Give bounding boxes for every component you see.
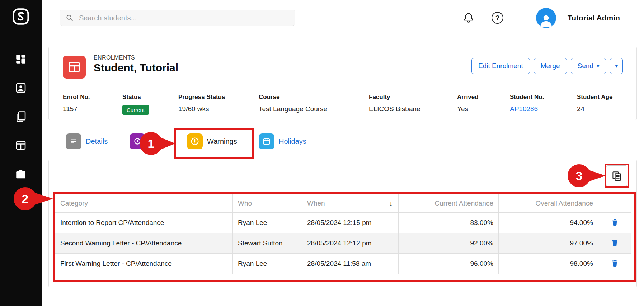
column-header-when[interactable]: When ↓ — [302, 194, 399, 213]
field-label: Arrived — [457, 94, 479, 101]
sidebar-item-documents-icon[interactable] — [15, 110, 27, 123]
sidebar-item-dashboard-icon[interactable] — [15, 53, 27, 65]
when-label: When — [307, 199, 325, 207]
annotation-arrow-1 — [160, 137, 175, 150]
cell-overall-attendance: 97.00% — [499, 233, 598, 254]
merge-label: Merge — [541, 62, 560, 70]
cell-when: 28/05/2024 12:12 pm — [302, 233, 399, 254]
app-logo-icon[interactable] — [11, 7, 30, 26]
card-divider — [49, 88, 636, 88]
sort-descending-icon[interactable]: ↓ — [389, 199, 392, 207]
cell-category: First Warning Letter - CP/Attendance — [55, 254, 233, 274]
topbar: ? Tutorial Admin — [42, 0, 644, 36]
field-label: Progress Status — [178, 94, 225, 101]
field-enrol-no: Enrol No. 1157 — [63, 94, 90, 113]
field-label: Enrol No. — [63, 94, 90, 101]
send-label: Send — [578, 62, 593, 70]
section-label: ENROLMENTS — [94, 55, 135, 61]
trash-icon — [611, 239, 619, 247]
field-label: Course — [259, 94, 327, 101]
annotation-number: 1 — [148, 137, 155, 151]
trash-icon — [611, 218, 619, 226]
notifications-bell-icon[interactable] — [462, 11, 475, 24]
enrolments-module-icon — [63, 56, 86, 79]
cell-when: 28/05/2024 11:58 am — [302, 254, 399, 274]
chevron-down-icon: ▾ — [615, 63, 618, 69]
cell-who: Stewart Sutton — [233, 233, 302, 254]
warnings-panel: Category Who When ↓ Current Attendance O… — [48, 160, 637, 287]
search-box[interactable] — [60, 10, 295, 26]
field-value: 24 — [577, 105, 612, 113]
cell-category: Second Warning Letter - CP/Attendance — [55, 233, 233, 254]
send-button[interactable]: Send▾ — [571, 58, 606, 74]
field-value: 19/60 wks — [178, 105, 225, 113]
enrolment-actions: Edit Enrolment Merge Send▾ ▾ — [471, 58, 623, 74]
status-badge: Current — [122, 105, 149, 115]
enrolment-card: ENROLMENTS Student, Tutorial Edit Enrolm… — [48, 47, 637, 120]
tab-details-label: Details — [86, 137, 108, 146]
sidebar-item-students-icon[interactable] — [15, 82, 27, 94]
tab-details[interactable]: Details — [66, 133, 108, 149]
delete-button[interactable] — [609, 237, 620, 249]
field-value: ELICOS Bisbane — [369, 105, 420, 113]
cell-who: Ryan Lee — [233, 254, 302, 274]
tab-holidays-label: Holidays — [279, 137, 306, 146]
search-icon — [66, 14, 74, 22]
tab-obscured[interactable] — [130, 133, 145, 149]
warning-icon — [187, 133, 203, 149]
merge-button[interactable]: Merge — [534, 58, 567, 74]
field-label: Student Age — [577, 94, 612, 101]
column-header-category[interactable]: Category — [55, 194, 233, 213]
cell-when: 28/05/2024 12:15 pm — [302, 213, 399, 233]
copy-button[interactable] — [606, 165, 627, 187]
delete-button[interactable] — [609, 258, 620, 270]
field-course: Course Test Language Course — [259, 94, 327, 113]
copy-icon — [611, 171, 622, 182]
cell-overall-attendance: 94.00% — [499, 213, 598, 233]
page-title: Student, Tutorial — [94, 62, 178, 74]
help-glyph: ? — [495, 14, 500, 22]
details-icon — [66, 133, 81, 149]
sidebar — [0, 0, 42, 306]
cell-category: Intention to Report CP/Attendance — [55, 213, 233, 233]
edit-enrolment-button[interactable]: Edit Enrolment — [471, 58, 530, 74]
topbar-divider — [517, 0, 517, 36]
trash-icon — [611, 259, 619, 267]
page: ? Tutorial Admin ENROLMENTS Student, Tut… — [0, 0, 644, 306]
field-progress-status: Progress Status 19/60 wks — [178, 94, 225, 113]
column-header-who[interactable]: Who — [233, 194, 302, 213]
calendar-icon — [259, 133, 274, 149]
edit-enrolment-label: Edit Enrolment — [478, 62, 523, 70]
student-no-link[interactable]: AP10286 — [510, 105, 544, 113]
cell-who: Ryan Lee — [233, 213, 302, 233]
table-row: First Warning Letter - CP/Attendance Rya… — [55, 254, 631, 274]
more-actions-button[interactable]: ▾ — [610, 58, 623, 74]
sidebar-item-table-icon[interactable] — [15, 139, 27, 151]
delete-button[interactable] — [609, 217, 620, 229]
cell-overall-attendance: 98.00% — [499, 254, 598, 274]
search-input[interactable] — [78, 14, 276, 23]
field-value: Yes — [457, 105, 479, 113]
table-row: Second Warning Letter - CP/Attendance St… — [55, 233, 631, 254]
field-faculty: Faculty ELICOS Bisbane — [369, 94, 420, 113]
table-header-row: Category Who When ↓ Current Attendance O… — [55, 194, 631, 213]
clock-icon — [130, 133, 145, 149]
field-value: Test Language Course — [259, 105, 327, 113]
column-header-current-attendance[interactable]: Current Attendance — [399, 194, 499, 213]
warnings-table: Category Who When ↓ Current Attendance O… — [55, 194, 631, 274]
table-row: Intention to Report CP/Attendance Ryan L… — [55, 213, 631, 233]
tab-warnings[interactable]: Warnings — [187, 133, 237, 149]
cell-current-attendance: 92.00% — [399, 233, 499, 254]
column-header-actions — [598, 194, 631, 213]
user-name[interactable]: Tutorial Admin — [568, 0, 620, 36]
sidebar-item-briefcase-icon[interactable] — [15, 168, 27, 180]
chevron-down-icon: ▾ — [597, 63, 600, 69]
field-value: 1157 — [63, 105, 90, 113]
user-avatar[interactable] — [536, 8, 556, 28]
field-arrived: Arrived Yes — [457, 94, 479, 113]
tab-holidays[interactable]: Holidays — [259, 133, 306, 149]
cell-current-attendance: 96.00% — [399, 254, 499, 274]
cell-current-attendance: 83.00% — [399, 213, 499, 233]
column-header-overall-attendance[interactable]: Overall Attendance — [499, 194, 598, 213]
help-icon[interactable]: ? — [492, 12, 503, 24]
